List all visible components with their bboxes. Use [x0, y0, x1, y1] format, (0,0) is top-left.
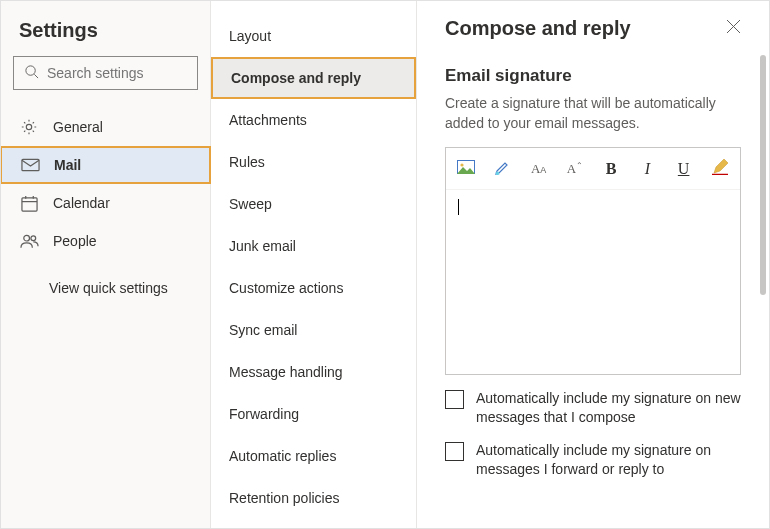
- signature-editor: AA A⌃ B I U: [445, 147, 741, 375]
- pencil-button[interactable]: [710, 158, 730, 180]
- gear-icon: [19, 117, 39, 137]
- font-shrink-icon: A⌃: [567, 161, 583, 177]
- signature-textarea[interactable]: [446, 190, 740, 374]
- view-quick-settings-link[interactable]: View quick settings: [1, 260, 210, 296]
- menu-item-retention-policies[interactable]: Retention policies: [211, 477, 416, 519]
- checkbox-label: Automatically include my signature on me…: [476, 441, 741, 479]
- search-icon: [24, 64, 47, 83]
- menu-item-customize-actions[interactable]: Customize actions: [211, 267, 416, 309]
- section-title: Email signature: [445, 66, 741, 86]
- close-icon: [726, 20, 741, 37]
- content-header: Compose and reply: [445, 17, 741, 40]
- menu-item-forwarding[interactable]: Forwarding: [211, 393, 416, 435]
- svg-point-8: [23, 235, 29, 241]
- sidebar-item-label: Mail: [54, 157, 81, 173]
- image-icon: [457, 160, 475, 178]
- scrollbar[interactable]: [760, 55, 766, 522]
- svg-point-9: [30, 236, 35, 241]
- menu-item-layout[interactable]: Layout: [211, 15, 416, 57]
- font-size-icon: AA: [531, 161, 546, 177]
- svg-rect-4: [21, 197, 36, 210]
- menu-item-smime[interactable]: S/MIME: [211, 519, 416, 529]
- checkbox-include-new[interactable]: Automatically include my signature on ne…: [445, 389, 741, 427]
- menu-item-sweep[interactable]: Sweep: [211, 183, 416, 225]
- italic-button[interactable]: I: [637, 158, 657, 180]
- font-size-button[interactable]: AA: [529, 158, 549, 180]
- highlight-button[interactable]: [492, 158, 512, 180]
- svg-rect-3: [21, 159, 38, 170]
- settings-submenu: Layout Compose and reply Attachments Rul…: [211, 1, 417, 528]
- people-icon: [19, 231, 39, 251]
- sidebar-item-label: People: [53, 233, 97, 249]
- search-settings-box[interactable]: [13, 56, 198, 90]
- page-title: Compose and reply: [445, 17, 631, 40]
- menu-item-sync-email[interactable]: Sync email: [211, 309, 416, 351]
- checkbox-label: Automatically include my signature on ne…: [476, 389, 741, 427]
- settings-sidebar: Settings General Mail Calendar People Vi…: [1, 1, 211, 528]
- search-input[interactable]: [47, 65, 187, 81]
- sidebar-item-people[interactable]: People: [1, 222, 210, 260]
- scrollbar-thumb[interactable]: [760, 55, 766, 295]
- text-cursor: [458, 199, 459, 215]
- svg-point-13: [461, 163, 464, 166]
- menu-item-compose-reply[interactable]: Compose and reply: [211, 57, 416, 99]
- menu-item-junk-email[interactable]: Junk email: [211, 225, 416, 267]
- svg-point-2: [26, 124, 31, 129]
- content-panel: Compose and reply Email signature Create…: [417, 1, 769, 528]
- highlight-icon: [494, 158, 511, 179]
- settings-title: Settings: [1, 13, 210, 56]
- sidebar-item-mail[interactable]: Mail: [0, 146, 211, 184]
- checkbox-box: [445, 442, 464, 461]
- sidebar-item-calendar[interactable]: Calendar: [1, 184, 210, 222]
- close-button[interactable]: [726, 19, 741, 38]
- pencil-icon: [712, 159, 728, 179]
- checkbox-box: [445, 390, 464, 409]
- svg-line-1: [34, 74, 38, 78]
- menu-item-message-handling[interactable]: Message handling: [211, 351, 416, 393]
- menu-item-rules[interactable]: Rules: [211, 141, 416, 183]
- menu-item-attachments[interactable]: Attachments: [211, 99, 416, 141]
- font-size-small-button[interactable]: A⌃: [565, 158, 585, 180]
- calendar-icon: [19, 193, 39, 213]
- section-description: Create a signature that will be automati…: [445, 94, 741, 133]
- sidebar-item-label: General: [53, 119, 103, 135]
- sidebar-item-label: Calendar: [53, 195, 110, 211]
- bold-button[interactable]: B: [601, 158, 621, 180]
- menu-item-automatic-replies[interactable]: Automatic replies: [211, 435, 416, 477]
- mail-icon: [20, 155, 40, 175]
- svg-point-0: [26, 65, 35, 74]
- underline-button[interactable]: U: [674, 158, 694, 180]
- insert-image-button[interactable]: [456, 158, 476, 180]
- editor-toolbar: AA A⌃ B I U: [446, 148, 740, 190]
- sidebar-item-general[interactable]: General: [1, 108, 210, 146]
- checkbox-include-reply[interactable]: Automatically include my signature on me…: [445, 441, 741, 479]
